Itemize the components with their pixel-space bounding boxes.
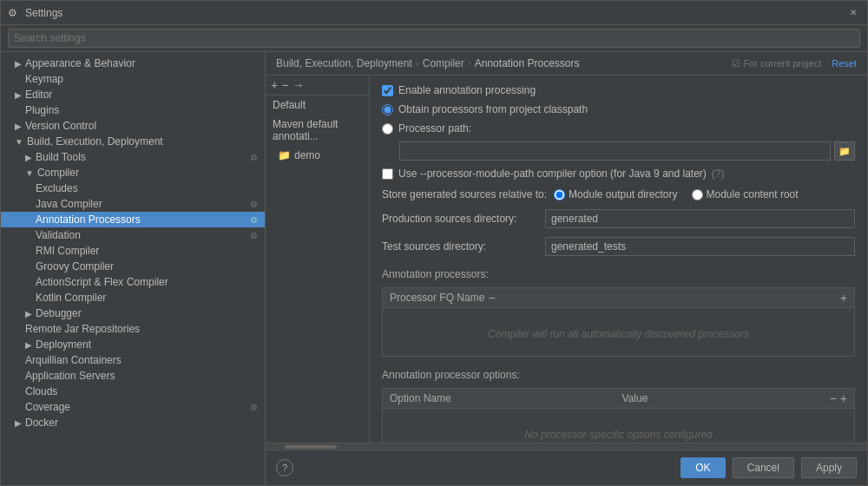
- sidebar-item-remote-jar[interactable]: Remote Jar Repositories: [1, 321, 265, 337]
- remove-processor-button[interactable]: −: [488, 291, 495, 305]
- sidebar-item-label: Appearance & Behavior: [25, 57, 135, 69]
- module-content-option: Module content root: [692, 188, 799, 200]
- sidebar: ▶ Appearance & Behavior Keymap ▶ Editor …: [1, 52, 266, 485]
- add-option-button[interactable]: +: [840, 391, 847, 405]
- reset-button[interactable]: Reset: [832, 58, 857, 69]
- scrollbar-area: [266, 443, 867, 450]
- sidebar-item-clouds[interactable]: Clouds: [1, 384, 265, 399]
- sidebar-item-app-servers[interactable]: Application Servers: [1, 368, 265, 384]
- obtain-processors-radio[interactable]: [382, 104, 393, 115]
- scrollbar-thumb[interactable]: [285, 445, 337, 449]
- browse-processor-path-button[interactable]: 📁: [834, 141, 855, 161]
- main-content: ▶ Appearance & Behavior Keymap ▶ Editor …: [1, 25, 867, 485]
- use-processor-module-label: Use --processor-module-path compiler opt…: [398, 167, 707, 180]
- use-processor-module-checkbox[interactable]: [382, 168, 393, 180]
- sidebar-item-docker[interactable]: ▶ Docker: [1, 415, 265, 430]
- gear-icon: ⚙: [250, 403, 258, 412]
- module-item-maven[interactable]: Maven default annotati...: [266, 115, 369, 146]
- processor-path-input[interactable]: [399, 141, 831, 161]
- breadcrumb-item-compiler: Compiler: [423, 57, 464, 69]
- sidebar-item-label: Excludes: [36, 182, 78, 194]
- remove-module-button[interactable]: −: [281, 79, 288, 91]
- ok-button[interactable]: OK: [681, 457, 725, 478]
- module-item-default[interactable]: Default: [266, 95, 369, 115]
- sidebar-item-appearance[interactable]: ▶ Appearance & Behavior: [1, 56, 265, 71]
- help-button[interactable]: ?: [276, 459, 293, 476]
- test-sources-input[interactable]: [545, 237, 855, 256]
- module-item-demo[interactable]: 📁 demo: [266, 146, 369, 165]
- close-button[interactable]: ✕: [846, 6, 860, 20]
- sidebar-item-label: Build, Execution, Deployment: [27, 135, 163, 148]
- sidebar-item-editor[interactable]: ▶ Editor: [1, 87, 265, 102]
- breadcrumb-separator: ›: [468, 57, 471, 69]
- sidebar-item-arquillian[interactable]: Arquillian Containers: [1, 352, 265, 368]
- window-title: Settings: [25, 7, 846, 19]
- sidebar-item-label: Debugger: [36, 307, 82, 319]
- add-module-button[interactable]: +: [271, 79, 278, 91]
- project-info: ☑ For current project: [732, 58, 821, 69]
- sidebar-item-plugins[interactable]: Plugins: [1, 102, 265, 118]
- sidebar-item-label: Plugins: [25, 104, 59, 116]
- body: ▶ Appearance & Behavior Keymap ▶ Editor …: [1, 52, 867, 485]
- navigate-module-button[interactable]: →: [292, 79, 304, 91]
- sidebar-item-validation[interactable]: Validation ⚙: [1, 227, 265, 243]
- add-processor-button[interactable]: +: [840, 291, 847, 305]
- module-output-option: Module output directory: [554, 188, 677, 200]
- search-input[interactable]: [8, 29, 860, 48]
- production-sources-row: Production sources directory:: [382, 209, 855, 228]
- production-sources-label: Production sources directory:: [382, 213, 538, 225]
- settings-area: Enable annotation processing Obtain proc…: [370, 76, 867, 443]
- sidebar-item-label: Docker: [25, 417, 58, 429]
- search-bar: [1, 25, 867, 52]
- cancel-button[interactable]: Cancel: [733, 457, 794, 478]
- sidebar-item-rmi-compiler[interactable]: RMI Compiler: [1, 243, 265, 259]
- processor-path-label: Processor path:: [398, 122, 471, 135]
- remove-option-button[interactable]: −: [830, 391, 837, 405]
- annotation-processors-table: Processor FQ Name − + Compiler will run …: [382, 287, 855, 357]
- sidebar-item-annotation-processors[interactable]: Annotation Processors ⚙: [1, 212, 265, 227]
- sidebar-item-compiler[interactable]: ▼ Compiler: [1, 165, 265, 181]
- sidebar-item-debugger[interactable]: ▶ Debugger: [1, 305, 265, 321]
- sidebar-item-label: Groovy Compiler: [36, 260, 114, 273]
- sidebar-item-coverage[interactable]: Coverage ⚙: [1, 399, 265, 415]
- value-column: Value: [622, 392, 826, 404]
- use-processor-module-row: Use --processor-module-path compiler opt…: [382, 167, 855, 180]
- sidebar-item-excludes[interactable]: Excludes: [1, 181, 265, 196]
- breadcrumb-item-build: Build, Execution, Deployment: [276, 57, 412, 69]
- sidebar-item-groovy-compiler[interactable]: Groovy Compiler: [1, 259, 265, 274]
- sidebar-item-label: Coverage: [25, 401, 70, 413]
- sidebar-item-label: Clouds: [25, 385, 57, 397]
- sidebar-item-deployment[interactable]: ▶ Deployment: [1, 337, 265, 352]
- sidebar-item-build-tools[interactable]: ▶ Build Tools ⚙: [1, 149, 265, 165]
- sidebar-item-kotlin-compiler[interactable]: Kotlin Compiler: [1, 290, 265, 305]
- arrow-icon: ▶: [25, 309, 32, 319]
- arrow-icon: ▶: [15, 90, 22, 100]
- module-content-radio[interactable]: [692, 189, 703, 200]
- module-toolbar: + − →: [266, 76, 369, 95]
- production-sources-input[interactable]: [545, 209, 855, 228]
- sidebar-item-java-compiler[interactable]: Java Compiler ⚙: [1, 196, 265, 212]
- arrow-icon: ▶: [15, 122, 22, 131]
- module-output-radio[interactable]: [554, 189, 565, 200]
- option-name-column: Option Name: [390, 392, 619, 404]
- sidebar-item-label: Annotation Processors: [36, 213, 141, 226]
- apply-button[interactable]: Apply: [801, 457, 857, 478]
- sidebar-item-version-control[interactable]: ▶ Version Control: [1, 118, 265, 134]
- sidebar-item-keymap[interactable]: Keymap: [1, 71, 265, 87]
- annotation-processors-empty-message: Compiler will run all automatically disc…: [383, 308, 854, 360]
- right-panel: Build, Execution, Deployment › Compiler …: [266, 52, 867, 485]
- annotation-options-table-header: Option Name Value − +: [383, 389, 854, 409]
- arrow-icon: ▼: [15, 137, 23, 147]
- module-output-label: Module output directory: [569, 188, 677, 200]
- sidebar-item-label: Build Tools: [36, 151, 86, 163]
- sidebar-item-build-execution[interactable]: ▼ Build, Execution, Deployment: [1, 134, 265, 149]
- sidebar-item-actionscript-flex[interactable]: ActionScript & Flex Compiler: [1, 274, 265, 290]
- breadcrumb-bar: Build, Execution, Deployment › Compiler …: [266, 52, 867, 76]
- enable-annotation-checkbox[interactable]: [382, 85, 393, 96]
- help-icon[interactable]: (?): [712, 167, 725, 180]
- store-generated-label: Store generated sources relative to:: [382, 188, 547, 200]
- processor-path-input-row: 📁: [399, 141, 855, 161]
- panel-content: + − → Default Maven default annotati... …: [266, 76, 867, 443]
- processor-path-radio[interactable]: [382, 123, 393, 135]
- arrow-icon: ▶: [15, 418, 22, 428]
